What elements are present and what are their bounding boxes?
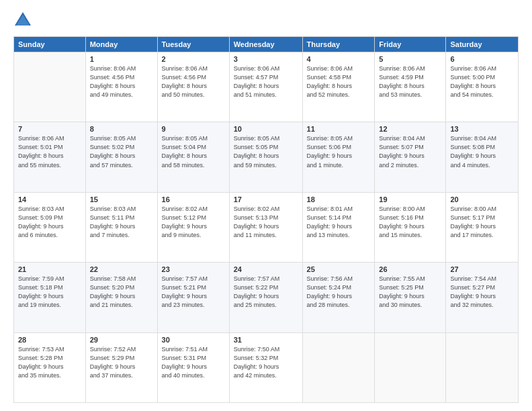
calendar-cell: 11Sunrise: 8:05 AM Sunset: 5:06 PM Dayli… — [302, 122, 375, 192]
calendar-cell: 7Sunrise: 8:06 AM Sunset: 5:01 PM Daylig… — [14, 122, 86, 192]
day-info: Sunrise: 8:04 AM Sunset: 5:07 PM Dayligh… — [379, 134, 441, 169]
calendar-cell: 18Sunrise: 8:01 AM Sunset: 5:14 PM Dayli… — [302, 192, 375, 262]
header-day-wednesday: Wednesday — [229, 37, 302, 52]
header-day-friday: Friday — [375, 37, 446, 52]
header-day-thursday: Thursday — [302, 37, 375, 52]
calendar-cell: 22Sunrise: 7:58 AM Sunset: 5:20 PM Dayli… — [85, 263, 157, 332]
day-number: 26 — [379, 265, 441, 273]
week-row-3: 14Sunrise: 8:03 AM Sunset: 5:09 PM Dayli… — [14, 192, 519, 262]
day-number: 12 — [379, 125, 441, 133]
day-info: Sunrise: 8:02 AM Sunset: 5:13 PM Dayligh… — [234, 205, 298, 240]
calendar-cell: 9Sunrise: 8:05 AM Sunset: 5:04 PM Daylig… — [157, 122, 229, 192]
calendar-cell: 13Sunrise: 8:04 AM Sunset: 5:08 PM Dayli… — [446, 122, 519, 192]
calendar-cell: 27Sunrise: 7:54 AM Sunset: 5:27 PM Dayli… — [446, 263, 519, 332]
day-info: Sunrise: 8:05 AM Sunset: 5:02 PM Dayligh… — [90, 134, 153, 169]
week-row-2: 7Sunrise: 8:06 AM Sunset: 5:01 PM Daylig… — [14, 122, 519, 192]
day-number: 9 — [162, 125, 225, 133]
day-number: 6 — [450, 55, 514, 63]
calendar-cell: 14Sunrise: 8:03 AM Sunset: 5:09 PM Dayli… — [14, 192, 86, 262]
calendar-cell: 6Sunrise: 8:06 AM Sunset: 5:00 PM Daylig… — [446, 52, 519, 122]
day-info: Sunrise: 8:03 AM Sunset: 5:11 PM Dayligh… — [90, 205, 153, 240]
page: SundayMondayTuesdayWednesdayThursdayFrid… — [0, 0, 532, 411]
day-number: 4 — [307, 55, 371, 63]
calendar-cell — [302, 332, 375, 402]
calendar-cell: 3Sunrise: 8:06 AM Sunset: 4:57 PM Daylig… — [229, 52, 302, 122]
day-info: Sunrise: 8:06 AM Sunset: 4:56 PM Dayligh… — [162, 64, 225, 99]
day-info: Sunrise: 8:00 AM Sunset: 5:16 PM Dayligh… — [379, 205, 441, 240]
day-number: 19 — [379, 195, 441, 203]
day-info: Sunrise: 7:57 AM Sunset: 5:21 PM Dayligh… — [162, 275, 225, 310]
day-info: Sunrise: 8:06 AM Sunset: 4:58 PM Dayligh… — [307, 64, 371, 99]
calendar-cell: 17Sunrise: 8:02 AM Sunset: 5:13 PM Dayli… — [229, 192, 302, 262]
day-info: Sunrise: 7:58 AM Sunset: 5:20 PM Dayligh… — [90, 275, 153, 310]
calendar-cell: 28Sunrise: 7:53 AM Sunset: 5:28 PM Dayli… — [14, 332, 86, 402]
day-number: 29 — [90, 336, 153, 344]
calendar-cell: 8Sunrise: 8:05 AM Sunset: 5:02 PM Daylig… — [85, 122, 157, 192]
day-info: Sunrise: 8:02 AM Sunset: 5:12 PM Dayligh… — [162, 205, 225, 240]
day-number: 14 — [18, 195, 81, 203]
day-info: Sunrise: 8:05 AM Sunset: 5:04 PM Dayligh… — [162, 134, 225, 169]
logo — [13, 11, 35, 30]
day-info: Sunrise: 7:52 AM Sunset: 5:29 PM Dayligh… — [90, 345, 153, 380]
calendar-cell: 12Sunrise: 8:04 AM Sunset: 5:07 PM Dayli… — [375, 122, 446, 192]
header-day-saturday: Saturday — [446, 37, 519, 52]
calendar-cell: 23Sunrise: 7:57 AM Sunset: 5:21 PM Dayli… — [157, 263, 229, 332]
day-number: 11 — [307, 125, 371, 133]
day-number: 7 — [18, 125, 81, 133]
header-day-monday: Monday — [85, 37, 157, 52]
day-info: Sunrise: 7:56 AM Sunset: 5:24 PM Dayligh… — [307, 275, 371, 310]
day-info: Sunrise: 8:00 AM Sunset: 5:17 PM Dayligh… — [450, 205, 514, 240]
day-info: Sunrise: 8:06 AM Sunset: 5:01 PM Dayligh… — [18, 134, 81, 169]
calendar: SundayMondayTuesdayWednesdayThursdayFrid… — [13, 36, 519, 403]
calendar-cell: 4Sunrise: 8:06 AM Sunset: 4:58 PM Daylig… — [302, 52, 375, 122]
calendar-cell: 15Sunrise: 8:03 AM Sunset: 5:11 PM Dayli… — [85, 192, 157, 262]
calendar-body: 1Sunrise: 8:06 AM Sunset: 4:56 PM Daylig… — [14, 52, 519, 403]
day-number: 24 — [234, 265, 298, 273]
week-row-5: 28Sunrise: 7:53 AM Sunset: 5:28 PM Dayli… — [14, 332, 519, 402]
calendar-cell: 1Sunrise: 8:06 AM Sunset: 4:56 PM Daylig… — [85, 52, 157, 122]
day-number: 20 — [450, 195, 514, 203]
calendar-cell: 19Sunrise: 8:00 AM Sunset: 5:16 PM Dayli… — [375, 192, 446, 262]
day-info: Sunrise: 7:54 AM Sunset: 5:27 PM Dayligh… — [450, 275, 514, 310]
day-info: Sunrise: 8:06 AM Sunset: 4:59 PM Dayligh… — [379, 64, 441, 99]
day-info: Sunrise: 7:51 AM Sunset: 5:31 PM Dayligh… — [162, 345, 225, 380]
day-number: 2 — [162, 55, 225, 63]
logo-icon — [13, 11, 32, 30]
day-number: 16 — [162, 195, 225, 203]
calendar-cell: 2Sunrise: 8:06 AM Sunset: 4:56 PM Daylig… — [157, 52, 229, 122]
calendar-cell: 30Sunrise: 7:51 AM Sunset: 5:31 PM Dayli… — [157, 332, 229, 402]
day-number: 8 — [90, 125, 153, 133]
header-row: SundayMondayTuesdayWednesdayThursdayFrid… — [14, 37, 519, 52]
day-info: Sunrise: 8:03 AM Sunset: 5:09 PM Dayligh… — [18, 205, 81, 240]
calendar-cell: 26Sunrise: 7:55 AM Sunset: 5:25 PM Dayli… — [375, 263, 446, 332]
day-number: 28 — [18, 336, 81, 344]
day-info: Sunrise: 7:53 AM Sunset: 5:28 PM Dayligh… — [18, 345, 81, 380]
calendar-cell: 20Sunrise: 8:00 AM Sunset: 5:17 PM Dayli… — [446, 192, 519, 262]
calendar-cell — [14, 52, 86, 122]
calendar-cell: 25Sunrise: 7:56 AM Sunset: 5:24 PM Dayli… — [302, 263, 375, 332]
calendar-cell — [375, 332, 446, 402]
week-row-4: 21Sunrise: 7:59 AM Sunset: 5:18 PM Dayli… — [14, 263, 519, 332]
day-info: Sunrise: 8:06 AM Sunset: 4:57 PM Dayligh… — [234, 64, 298, 99]
day-number: 27 — [450, 265, 514, 273]
day-info: Sunrise: 8:06 AM Sunset: 5:00 PM Dayligh… — [450, 64, 514, 99]
calendar-cell: 24Sunrise: 7:57 AM Sunset: 5:22 PM Dayli… — [229, 263, 302, 332]
week-row-1: 1Sunrise: 8:06 AM Sunset: 4:56 PM Daylig… — [14, 52, 519, 122]
calendar-header: SundayMondayTuesdayWednesdayThursdayFrid… — [14, 37, 519, 52]
day-number: 10 — [234, 125, 298, 133]
calendar-cell: 29Sunrise: 7:52 AM Sunset: 5:29 PM Dayli… — [85, 332, 157, 402]
day-number: 13 — [450, 125, 514, 133]
day-number: 23 — [162, 265, 225, 273]
calendar-cell: 21Sunrise: 7:59 AM Sunset: 5:18 PM Dayli… — [14, 263, 86, 332]
day-info: Sunrise: 7:50 AM Sunset: 5:32 PM Dayligh… — [234, 345, 298, 380]
day-info: Sunrise: 8:05 AM Sunset: 5:05 PM Dayligh… — [234, 134, 298, 169]
day-number: 30 — [162, 336, 225, 344]
calendar-cell — [446, 332, 519, 402]
calendar-cell: 5Sunrise: 8:06 AM Sunset: 4:59 PM Daylig… — [375, 52, 446, 122]
day-number: 25 — [307, 265, 371, 273]
day-number: 17 — [234, 195, 298, 203]
day-info: Sunrise: 8:06 AM Sunset: 4:56 PM Dayligh… — [90, 64, 153, 99]
day-info: Sunrise: 8:04 AM Sunset: 5:08 PM Dayligh… — [450, 134, 514, 169]
day-info: Sunrise: 7:55 AM Sunset: 5:25 PM Dayligh… — [379, 275, 441, 310]
day-number: 21 — [18, 265, 81, 273]
